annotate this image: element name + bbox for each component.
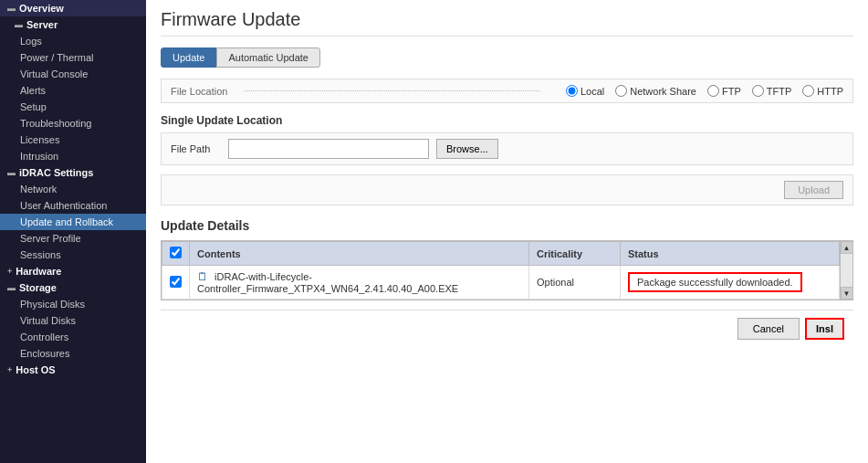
upload-row: Upload: [161, 174, 853, 205]
single-update-section: Single Update Location File Path Browse.…: [161, 114, 853, 205]
col-contents: Contents: [190, 242, 529, 266]
scrollbar-down-arrow[interactable]: ▼: [841, 287, 853, 300]
storage-expand-icon: ▬: [7, 283, 16, 292]
table-scrollbar: ▲ ▼: [840, 241, 852, 300]
hostos-expand-icon: +: [7, 365, 12, 374]
sidebar-item-controllers[interactable]: Controllers: [0, 329, 146, 345]
scrollbar-track: [841, 254, 852, 287]
sidebar-item-overview[interactable]: ▬ Overview: [0, 0, 146, 16]
select-all-checkbox[interactable]: [170, 247, 182, 258]
page-title: Firmware Update: [161, 9, 853, 37]
sidebar-item-server[interactable]: ▬ Server: [0, 16, 146, 33]
sidebar-item-physical-disks[interactable]: Physical Disks: [0, 296, 146, 312]
col-select: [162, 242, 190, 266]
file-location-options: Local Network Share FTP TFTP HTTP: [548, 85, 843, 97]
row-checkbox-cell: [162, 266, 190, 300]
file-icon: 🗒: [197, 270, 208, 283]
radio-tftp[interactable]: TFTP: [752, 85, 792, 97]
hardware-expand-icon: +: [7, 267, 12, 276]
file-path-row: File Path Browse...: [161, 132, 853, 165]
row-contents-cell: 🗒 iDRAC-with-Lifecycle-Controller_Firmwa…: [190, 266, 529, 300]
sidebar-item-virtual-disks[interactable]: Virtual Disks: [0, 312, 146, 329]
sidebar-item-power-thermal[interactable]: Power / Thermal: [0, 49, 146, 66]
row-criticality-cell: Optional: [529, 266, 621, 300]
sidebar-item-setup[interactable]: Setup: [0, 99, 146, 115]
file-location-row: File Location Local Network Share FTP TF…: [161, 79, 853, 103]
table-scroll-area: Contents Criticality Status 🗒: [162, 241, 840, 300]
sidebar-item-network[interactable]: Network: [0, 181, 146, 197]
tab-bar: Update Automatic Update: [161, 47, 853, 68]
sidebar-item-sessions[interactable]: Sessions: [0, 247, 146, 263]
sidebar-item-intrusion[interactable]: Intrusion: [0, 148, 146, 164]
update-details-section: Update Details Contents Criticality Stat…: [161, 218, 853, 300]
table-header-row: Contents Criticality Status: [162, 242, 840, 266]
radio-ftp[interactable]: FTP: [707, 85, 741, 97]
upload-button[interactable]: Upload: [784, 181, 843, 199]
col-status: Status: [621, 242, 840, 266]
sidebar-item-host-os[interactable]: + Host OS: [0, 362, 146, 378]
file-path-input[interactable]: [228, 139, 429, 159]
idrac-expand-icon: ▬: [7, 168, 16, 177]
sidebar-item-storage[interactable]: ▬ Storage: [0, 279, 146, 296]
install-button[interactable]: Insl: [805, 318, 844, 340]
sidebar-item-server-profile[interactable]: Server Profile: [0, 230, 146, 247]
file-path-label: File Path: [171, 143, 221, 154]
bottom-bar: Cancel Insl: [161, 310, 853, 347]
sidebar: ▬ Overview ▬ Server Logs Power / Thermal…: [0, 0, 146, 463]
col-criticality: Criticality: [529, 242, 621, 266]
tab-update[interactable]: Update: [161, 47, 216, 68]
row-checkbox[interactable]: [170, 276, 182, 288]
row-status-cell: Package successfully downloaded.: [621, 266, 840, 300]
scrollbar-up-arrow[interactable]: ▲: [841, 241, 853, 254]
sidebar-item-logs[interactable]: Logs: [0, 33, 146, 49]
sidebar-item-alerts[interactable]: Alerts: [0, 82, 146, 99]
sidebar-item-idrac-settings[interactable]: ▬ iDRAC Settings: [0, 164, 146, 181]
main-content: Firmware Update Update Automatic Update …: [146, 0, 868, 463]
sidebar-item-enclosures[interactable]: Enclosures: [0, 345, 146, 362]
radio-local[interactable]: Local: [566, 85, 604, 97]
tab-automatic-update[interactable]: Automatic Update: [216, 47, 319, 68]
update-table: Contents Criticality Status 🗒: [162, 241, 840, 300]
update-table-wrapper: Contents Criticality Status 🗒: [161, 240, 853, 300]
sidebar-item-virtual-console[interactable]: Virtual Console: [0, 66, 146, 82]
cancel-button[interactable]: Cancel: [737, 318, 800, 340]
update-details-title: Update Details: [161, 218, 853, 233]
server-expand-icon: ▬: [15, 20, 23, 29]
file-location-label: File Location: [171, 86, 227, 97]
sidebar-item-user-auth[interactable]: User Authentication: [0, 197, 146, 214]
sidebar-item-licenses[interactable]: Licenses: [0, 132, 146, 148]
overview-expand-icon: ▬: [7, 4, 16, 13]
sidebar-item-update-rollback[interactable]: Update and Rollback: [0, 214, 146, 230]
sidebar-item-hardware[interactable]: + Hardware: [0, 263, 146, 279]
table-row: 🗒 iDRAC-with-Lifecycle-Controller_Firmwa…: [162, 266, 840, 300]
radio-http[interactable]: HTTP: [802, 85, 843, 97]
sidebar-item-troubleshooting[interactable]: Troubleshooting: [0, 115, 146, 132]
radio-network-share[interactable]: Network Share: [615, 85, 696, 97]
browse-button[interactable]: Browse...: [436, 139, 498, 159]
single-update-title: Single Update Location: [161, 114, 853, 127]
status-badge: Package successfully downloaded.: [628, 272, 802, 292]
